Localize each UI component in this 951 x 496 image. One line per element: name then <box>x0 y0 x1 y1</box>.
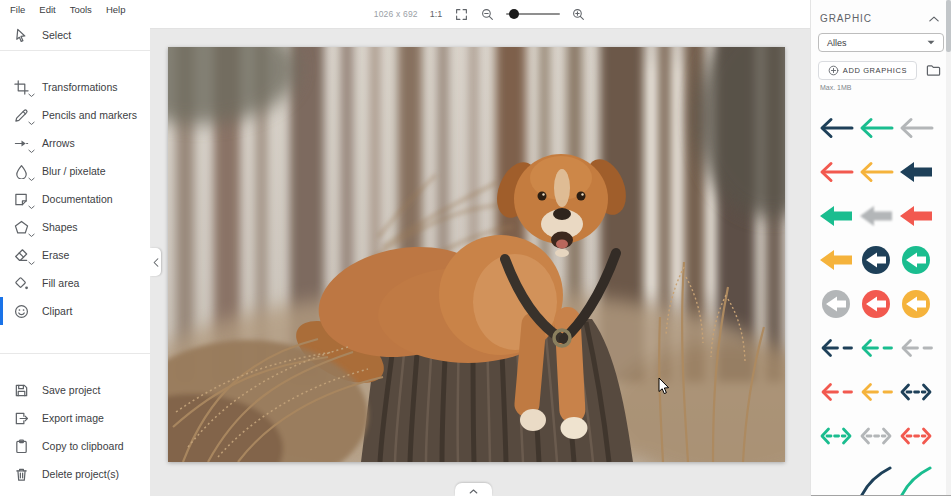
zoom-in-button[interactable] <box>571 7 586 22</box>
crop-icon <box>13 79 29 95</box>
sidebar-item-label: Copy to clipboard <box>42 440 124 452</box>
canvas-area <box>150 29 810 496</box>
sidebar-action-item-export-image[interactable]: Export image <box>0 404 150 432</box>
zoom-slider-thumb[interactable] <box>509 9 519 19</box>
zoom-slider[interactable] <box>506 8 560 20</box>
arrow-graphic-line-red[interactable] <box>816 157 856 187</box>
canvas-toolbar: 1026 x 692 1:1 <box>150 0 810 29</box>
sidebar-item-label: Blur / pixelate <box>42 165 106 177</box>
graphics-filter-select[interactable]: Alles <box>818 33 944 52</box>
cursor-icon <box>13 27 29 43</box>
sidebar-item-label: Clipart <box>42 305 72 317</box>
sidebar-item-label: Fill area <box>42 277 79 289</box>
arrow-graphic-curve-navy[interactable] <box>856 465 896 495</box>
plus-circle-icon <box>828 65 839 76</box>
sidebar-item-label: Select <box>42 29 71 41</box>
clipboard-icon <box>13 438 29 454</box>
sidebar-collapse-handle[interactable] <box>150 248 161 276</box>
arrow-graphic-solid-navy[interactable] <box>896 157 936 187</box>
eraser-icon <box>13 247 29 263</box>
panel-title: GRAPHIC <box>820 13 872 24</box>
arrow-graphic-circle-navy[interactable] <box>856 245 896 275</box>
note-icon <box>13 191 29 207</box>
graphics-panel: GRAPHIC Alles ADD GRAPHICS Max. 1MB <box>810 0 951 496</box>
bottom-panel-handle[interactable] <box>455 483 492 496</box>
sidebar-tools-group: Transformations Pencils and markers Arro… <box>0 51 150 325</box>
save-icon <box>13 382 29 398</box>
arrow-graphic-line-amber[interactable] <box>856 157 896 187</box>
chevron-down-icon <box>28 205 35 210</box>
arrow-graphic-dash-gray[interactable] <box>896 333 936 363</box>
menu-item[interactable]: Tools <box>63 2 99 17</box>
chevron-down-icon <box>28 121 35 126</box>
sidebar-action-item-save-project[interactable]: Save project <box>0 376 150 404</box>
arrow-graphic-curve-green[interactable] <box>896 465 936 495</box>
image-dimensions: 1026 x 692 <box>374 9 418 19</box>
sidebar-tool-item-transformations[interactable]: Transformations <box>0 73 150 101</box>
sidebar: FileEditToolsHelp Select Transformations <box>0 0 150 496</box>
dog-photo-illustration <box>168 47 785 462</box>
sidebar-item-label: Delete project(s) <box>42 468 119 480</box>
graphics-grid <box>811 106 951 496</box>
drop-icon <box>13 163 29 179</box>
chevron-down-icon <box>28 261 35 266</box>
sidebar-tool-item-clipart[interactable]: Clipart <box>0 297 150 325</box>
arrow-graphic-solid-amber[interactable] <box>816 245 856 275</box>
sidebar-tool-item-arrows[interactable]: Arrows <box>0 129 150 157</box>
sidebar-tool-item-blur-pixelate[interactable]: Blur / pixelate <box>0 157 150 185</box>
sidebar-item-label: Documentation <box>42 193 113 205</box>
chevron-up-icon <box>469 489 478 494</box>
panel-collapse-button[interactable] <box>929 16 939 22</box>
sidebar-action-item-delete-project-s[interactable]: Delete project(s) <box>0 460 150 488</box>
arrow-graphic-circle-gray[interactable] <box>816 289 856 319</box>
arrow-graphic-dash-red[interactable] <box>816 377 856 407</box>
arrow-graphic-dash-green[interactable] <box>856 333 896 363</box>
zoom-ratio-button[interactable]: 1:1 <box>429 9 444 19</box>
sidebar-tool-item-shapes[interactable]: Shapes <box>0 213 150 241</box>
sidebar-action-item-copy-to-clipboard[interactable]: Copy to clipboard <box>0 432 150 460</box>
arrow-graphic-ddash-red[interactable] <box>896 421 936 451</box>
arrow-graphic-ddash-gray[interactable] <box>856 421 896 451</box>
chevron-down-icon <box>28 177 35 182</box>
arrow-graphic-circle-green[interactable] <box>896 245 936 275</box>
arrow-graphic-line-green[interactable] <box>856 113 896 143</box>
sidebar-item-label: Shapes <box>42 221 78 233</box>
fullscreen-icon <box>455 8 468 21</box>
menu-item[interactable]: Edit <box>32 2 62 17</box>
arrow-graphic-circle-red[interactable] <box>856 289 896 319</box>
sidebar-tool-item-fill-area[interactable]: Fill area <box>0 269 150 297</box>
open-folder-button[interactable] <box>926 63 941 78</box>
arrow-graphic-line-navy[interactable] <box>816 113 856 143</box>
scrollbar-thumb[interactable] <box>946 0 951 52</box>
arrow-graphic-solid-green[interactable] <box>816 201 856 231</box>
arrow-graphic-solid-gray[interactable] <box>856 201 896 231</box>
menu-item[interactable]: File <box>3 2 32 17</box>
fill-icon <box>13 275 29 291</box>
arrow-graphic-ddash-green[interactable] <box>816 421 856 451</box>
menu-item[interactable]: Help <box>99 2 133 17</box>
app-window: FileEditToolsHelp Select Transformations <box>0 0 951 496</box>
add-graphics-label: ADD GRAPHICS <box>843 66 907 75</box>
sidebar-item-select[interactable]: Select <box>0 20 150 50</box>
chevron-left-icon <box>153 258 159 267</box>
panel-scrollbar[interactable] <box>946 0 951 496</box>
arrow-graphic-dash-navy[interactable] <box>816 333 856 363</box>
filter-selected-value: Alles <box>827 38 847 48</box>
sidebar-item-label: Erase <box>42 249 69 261</box>
zoom-in-icon <box>572 8 585 21</box>
pencil-icon <box>13 107 29 123</box>
add-graphics-button[interactable]: ADD GRAPHICS <box>818 61 917 80</box>
smiley-icon <box>13 303 29 319</box>
sidebar-item-label: Save project <box>42 384 100 396</box>
arrow-graphic-dash-amber[interactable] <box>856 377 896 407</box>
sidebar-tool-item-documentation[interactable]: Documentation <box>0 185 150 213</box>
arrow-graphic-solid-red[interactable] <box>896 201 936 231</box>
arrow-graphic-line-gray[interactable] <box>896 113 936 143</box>
arrow-graphic-circle-amber[interactable] <box>896 289 936 319</box>
zoom-out-button[interactable] <box>480 7 495 22</box>
fit-screen-button[interactable] <box>454 7 469 22</box>
arrow-graphic-ddash-navy[interactable] <box>896 377 936 407</box>
sidebar-tool-item-erase[interactable]: Erase <box>0 241 150 269</box>
arrow-icon <box>13 135 29 151</box>
sidebar-tool-item-pencils-and-markers[interactable]: Pencils and markers <box>0 101 150 129</box>
